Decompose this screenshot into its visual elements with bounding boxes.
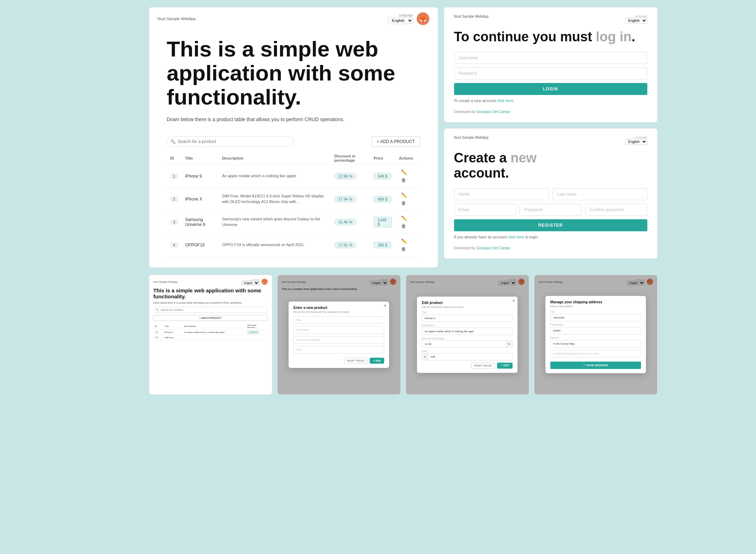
password-input[interactable] — [454, 67, 647, 79]
mini1-search-input[interactable] — [153, 307, 268, 313]
mini-panel-main: Nuxt Sample WebApp Language English 🦊 Th… — [149, 275, 272, 395]
edit-row-button[interactable]: ✏️ — [399, 237, 409, 245]
table-row: 1 iPhone 9 An apple mobile which is noth… — [167, 165, 420, 187]
mini2-title-input[interactable] — [294, 316, 384, 324]
delete-row-button[interactable]: 🗑 — [399, 222, 408, 230]
edit-row-button[interactable]: ✏️ — [399, 191, 409, 199]
mini3-price-input[interactable] — [428, 353, 512, 360]
edit-row-button[interactable]: ✏️ — [399, 214, 409, 222]
row-title: OPPOF19 — [182, 233, 219, 256]
mini4-note-input[interactable] — [550, 350, 641, 357]
mini2-reset-btn[interactable]: RESET FIELDS — [344, 358, 368, 364]
login-hint: To create a new account click here. — [454, 99, 647, 103]
product-section: 🔍 + ADD A PRODUCT ID Title Description D… — [149, 136, 438, 267]
delete-row-button[interactable]: 🗑 — [399, 245, 408, 253]
row-actions: ✏️ 🗑 — [395, 210, 420, 233]
row-description: Samsung's new variant which goes beyond … — [218, 210, 331, 233]
mini1-col-desc: Description — [183, 323, 246, 330]
row-discount: 17.94 % — [331, 187, 370, 210]
mini4-modal-overlay: Manage your shipping address Enter a new… — [534, 275, 657, 394]
reg-password-input[interactable] — [520, 204, 582, 216]
confirm-password-input[interactable] — [585, 204, 647, 216]
col-actions: Actions — [395, 152, 420, 165]
col-description: Description — [218, 152, 331, 165]
mini1-table: ID Title Description Discountpercent... … — [153, 323, 268, 340]
row-price: 899 $ — [370, 187, 395, 210]
register-title-end: . — [505, 166, 509, 180]
language-label: Language — [399, 13, 413, 17]
language-selector: Language English — [388, 13, 413, 24]
language-select[interactable]: English — [388, 17, 413, 24]
mini1-logo: Nuxt Sample WebApp — [153, 281, 178, 283]
row-price: 1249 $ — [370, 210, 395, 233]
login-button[interactable]: LOGIN — [454, 83, 647, 95]
mini3-title-input[interactable] — [422, 315, 513, 322]
mini-panel-edit: Nuxt Sample WebApp Language English 🦊 — [406, 275, 529, 395]
username-input[interactable] — [454, 52, 647, 64]
register-lang-select[interactable]: English — [625, 139, 647, 145]
email-input[interactable] — [454, 204, 516, 216]
mini3-close-btn[interactable]: × — [512, 299, 515, 303]
mini2-modal-title: Enter a new product — [294, 306, 384, 310]
table-row: 2 iPhone X SIM-Free, Model A19211 6.5-in… — [167, 187, 420, 210]
mini1-col-id: ID — [153, 323, 163, 330]
register-dev-link[interactable]: Giuseppe Del Campo — [476, 246, 510, 250]
mini4-modal-subtitle: Enter a new address — [550, 305, 641, 308]
mini4-postal-input[interactable] — [550, 327, 641, 334]
name-input[interactable] — [454, 188, 549, 200]
row-discount: 17.91 % — [331, 233, 370, 256]
mini1-lang-select[interactable]: English — [242, 281, 260, 285]
mini2-add-btn[interactable]: + ADD — [370, 358, 384, 364]
mini2-price-input[interactable] — [294, 346, 384, 353]
mini4-city-label: City — [550, 310, 641, 313]
mini4-address-input[interactable] — [550, 340, 641, 347]
row-description: OPPO F19 is officially announced on Apri… — [218, 233, 331, 256]
create-account-link[interactable]: click here. — [497, 99, 515, 103]
login-title: To continue you must log in. — [454, 29, 647, 45]
register-lang-selector: Language English — [625, 136, 647, 145]
register-logo: Nuxt Sample WebApp — [454, 136, 489, 139]
mini3-desc-input[interactable] — [422, 328, 513, 335]
hero-title: This is a simple web application with so… — [167, 37, 420, 109]
login-form: LOGIN To create a new account click here… — [454, 52, 647, 103]
register-title-highlight: new — [510, 150, 537, 165]
mini3-discount-label: Discount percentage — [422, 337, 513, 340]
login-lang-label: Language — [635, 14, 647, 18]
mini3-discount-input[interactable] — [422, 341, 506, 347]
search-input[interactable] — [167, 136, 294, 147]
delete-row-button[interactable]: 🗑 — [399, 176, 408, 184]
table-row: 4 OPPOF19 OPPO F19 is officially announc… — [167, 233, 420, 256]
register-panel-header: Nuxt Sample WebApp Language English — [454, 136, 647, 145]
bottom-panels: Nuxt Sample WebApp Language English 🦊 Th… — [149, 275, 658, 395]
mini3-desc-label: Description — [422, 324, 513, 327]
row-price: 549 $ — [370, 165, 395, 187]
login-panel: Nuxt Sample WebApp Language English To c… — [444, 7, 658, 123]
login-lang-selector: Language English — [625, 14, 647, 24]
mini2-description-input[interactable] — [294, 326, 384, 334]
lastname-input[interactable] — [552, 188, 647, 200]
row-description: An apple mobile which is nothing like ap… — [218, 165, 331, 187]
register-button[interactable]: REGISTER — [454, 219, 647, 231]
dev-link[interactable]: Giuseppe Del Campo — [476, 110, 510, 114]
mini3-edit-btn[interactable]: ✓ EDIT — [497, 363, 513, 369]
mini4-city-input[interactable] — [550, 314, 641, 321]
search-wrap: 🔍 — [167, 136, 294, 147]
login-lang-select[interactable]: English — [625, 18, 647, 24]
mini2-discount-input[interactable] — [294, 336, 384, 344]
mini4-modal-title: Manage your shipping address — [550, 300, 641, 304]
add-product-button[interactable]: + ADD A PRODUCT — [371, 136, 420, 147]
login-link[interactable]: click here — [508, 235, 524, 239]
row-title: iPhone 9 — [182, 165, 219, 187]
delete-row-button[interactable]: 🗑 — [399, 199, 408, 207]
main-app-panel: Nuxt Sample WebApp Language English 🦊 Th… — [149, 7, 438, 268]
mini2-modal: × Enter a new product Fill out the form … — [289, 302, 389, 368]
app-header: Nuxt Sample WebApp Language English 🦊 — [149, 7, 438, 30]
edit-row-button[interactable]: ✏️ — [399, 168, 409, 176]
row-id: 4 — [170, 242, 178, 248]
register-dev-credit: Developed by Giuseppe Del Campo — [454, 246, 647, 250]
mini4-save-btn[interactable]: ✓ SAVE ADDRESS — [550, 362, 641, 369]
register-hint: If you already have an account click her… — [454, 235, 647, 239]
mini2-close-btn[interactable]: × — [384, 304, 386, 308]
mini1-add-btn[interactable]: + ADD A PRODUCT — [153, 315, 268, 321]
mini3-reset-btn[interactable]: RESET FIELDS — [471, 363, 495, 369]
